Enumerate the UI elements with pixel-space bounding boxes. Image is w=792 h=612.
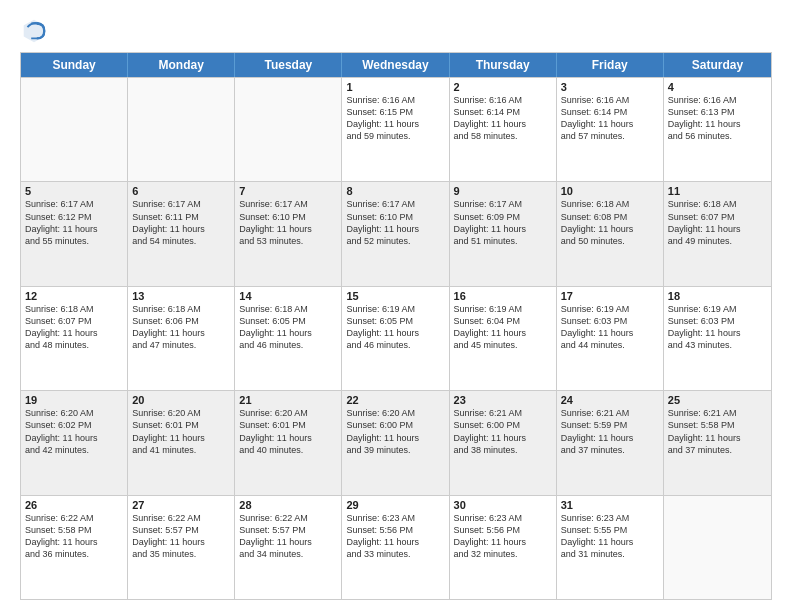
day-number: 12: [25, 290, 123, 302]
day-info: Sunrise: 6:17 AM Sunset: 6:10 PM Dayligh…: [346, 198, 444, 247]
day-info: Sunrise: 6:21 AM Sunset: 5:58 PM Dayligh…: [668, 407, 767, 456]
day-info: Sunrise: 6:18 AM Sunset: 6:07 PM Dayligh…: [668, 198, 767, 247]
day-header-thursday: Thursday: [450, 53, 557, 77]
day-number: 7: [239, 185, 337, 197]
day-cell-7: 7Sunrise: 6:17 AM Sunset: 6:10 PM Daylig…: [235, 182, 342, 285]
logo: [20, 16, 52, 44]
day-cell-18: 18Sunrise: 6:19 AM Sunset: 6:03 PM Dayli…: [664, 287, 771, 390]
day-header-tuesday: Tuesday: [235, 53, 342, 77]
day-info: Sunrise: 6:20 AM Sunset: 6:01 PM Dayligh…: [132, 407, 230, 456]
day-cell-29: 29Sunrise: 6:23 AM Sunset: 5:56 PM Dayli…: [342, 496, 449, 599]
day-header-saturday: Saturday: [664, 53, 771, 77]
day-number: 2: [454, 81, 552, 93]
day-cell-16: 16Sunrise: 6:19 AM Sunset: 6:04 PM Dayli…: [450, 287, 557, 390]
day-cell-22: 22Sunrise: 6:20 AM Sunset: 6:00 PM Dayli…: [342, 391, 449, 494]
day-cell-31: 31Sunrise: 6:23 AM Sunset: 5:55 PM Dayli…: [557, 496, 664, 599]
day-info: Sunrise: 6:22 AM Sunset: 5:57 PM Dayligh…: [239, 512, 337, 561]
day-info: Sunrise: 6:19 AM Sunset: 6:03 PM Dayligh…: [668, 303, 767, 352]
day-number: 10: [561, 185, 659, 197]
day-number: 20: [132, 394, 230, 406]
day-cell-25: 25Sunrise: 6:21 AM Sunset: 5:58 PM Dayli…: [664, 391, 771, 494]
day-info: Sunrise: 6:19 AM Sunset: 6:05 PM Dayligh…: [346, 303, 444, 352]
calendar: SundayMondayTuesdayWednesdayThursdayFrid…: [20, 52, 772, 600]
day-info: Sunrise: 6:20 AM Sunset: 6:02 PM Dayligh…: [25, 407, 123, 456]
day-info: Sunrise: 6:20 AM Sunset: 6:01 PM Dayligh…: [239, 407, 337, 456]
week-row-1: 1Sunrise: 6:16 AM Sunset: 6:15 PM Daylig…: [21, 77, 771, 181]
empty-cell: [21, 78, 128, 181]
day-cell-19: 19Sunrise: 6:20 AM Sunset: 6:02 PM Dayli…: [21, 391, 128, 494]
day-cell-28: 28Sunrise: 6:22 AM Sunset: 5:57 PM Dayli…: [235, 496, 342, 599]
day-cell-13: 13Sunrise: 6:18 AM Sunset: 6:06 PM Dayli…: [128, 287, 235, 390]
page: SundayMondayTuesdayWednesdayThursdayFrid…: [0, 0, 792, 612]
day-number: 6: [132, 185, 230, 197]
day-info: Sunrise: 6:21 AM Sunset: 6:00 PM Dayligh…: [454, 407, 552, 456]
week-row-2: 5Sunrise: 6:17 AM Sunset: 6:12 PM Daylig…: [21, 181, 771, 285]
day-number: 16: [454, 290, 552, 302]
day-cell-17: 17Sunrise: 6:19 AM Sunset: 6:03 PM Dayli…: [557, 287, 664, 390]
day-info: Sunrise: 6:16 AM Sunset: 6:14 PM Dayligh…: [561, 94, 659, 143]
day-header-friday: Friday: [557, 53, 664, 77]
day-info: Sunrise: 6:16 AM Sunset: 6:13 PM Dayligh…: [668, 94, 767, 143]
day-cell-8: 8Sunrise: 6:17 AM Sunset: 6:10 PM Daylig…: [342, 182, 449, 285]
day-info: Sunrise: 6:16 AM Sunset: 6:15 PM Dayligh…: [346, 94, 444, 143]
day-info: Sunrise: 6:23 AM Sunset: 5:56 PM Dayligh…: [346, 512, 444, 561]
day-header-wednesday: Wednesday: [342, 53, 449, 77]
day-info: Sunrise: 6:18 AM Sunset: 6:05 PM Dayligh…: [239, 303, 337, 352]
day-number: 22: [346, 394, 444, 406]
day-cell-26: 26Sunrise: 6:22 AM Sunset: 5:58 PM Dayli…: [21, 496, 128, 599]
day-number: 8: [346, 185, 444, 197]
day-cell-1: 1Sunrise: 6:16 AM Sunset: 6:15 PM Daylig…: [342, 78, 449, 181]
day-number: 15: [346, 290, 444, 302]
day-number: 19: [25, 394, 123, 406]
day-cell-9: 9Sunrise: 6:17 AM Sunset: 6:09 PM Daylig…: [450, 182, 557, 285]
day-cell-15: 15Sunrise: 6:19 AM Sunset: 6:05 PM Dayli…: [342, 287, 449, 390]
day-cell-6: 6Sunrise: 6:17 AM Sunset: 6:11 PM Daylig…: [128, 182, 235, 285]
day-info: Sunrise: 6:21 AM Sunset: 5:59 PM Dayligh…: [561, 407, 659, 456]
day-info: Sunrise: 6:18 AM Sunset: 6:06 PM Dayligh…: [132, 303, 230, 352]
day-number: 24: [561, 394, 659, 406]
day-info: Sunrise: 6:19 AM Sunset: 6:04 PM Dayligh…: [454, 303, 552, 352]
day-number: 5: [25, 185, 123, 197]
day-info: Sunrise: 6:18 AM Sunset: 6:07 PM Dayligh…: [25, 303, 123, 352]
empty-cell: [664, 496, 771, 599]
day-info: Sunrise: 6:16 AM Sunset: 6:14 PM Dayligh…: [454, 94, 552, 143]
day-info: Sunrise: 6:22 AM Sunset: 5:58 PM Dayligh…: [25, 512, 123, 561]
logo-icon: [20, 16, 48, 44]
day-number: 29: [346, 499, 444, 511]
day-info: Sunrise: 6:18 AM Sunset: 6:08 PM Dayligh…: [561, 198, 659, 247]
day-cell-30: 30Sunrise: 6:23 AM Sunset: 5:56 PM Dayli…: [450, 496, 557, 599]
day-number: 28: [239, 499, 337, 511]
day-number: 14: [239, 290, 337, 302]
day-info: Sunrise: 6:23 AM Sunset: 5:56 PM Dayligh…: [454, 512, 552, 561]
day-cell-27: 27Sunrise: 6:22 AM Sunset: 5:57 PM Dayli…: [128, 496, 235, 599]
empty-cell: [128, 78, 235, 181]
day-number: 23: [454, 394, 552, 406]
day-number: 25: [668, 394, 767, 406]
header: [20, 16, 772, 44]
day-cell-23: 23Sunrise: 6:21 AM Sunset: 6:00 PM Dayli…: [450, 391, 557, 494]
calendar-body: 1Sunrise: 6:16 AM Sunset: 6:15 PM Daylig…: [21, 77, 771, 599]
day-number: 11: [668, 185, 767, 197]
day-info: Sunrise: 6:20 AM Sunset: 6:00 PM Dayligh…: [346, 407, 444, 456]
day-cell-10: 10Sunrise: 6:18 AM Sunset: 6:08 PM Dayli…: [557, 182, 664, 285]
day-number: 21: [239, 394, 337, 406]
calendar-header-row: SundayMondayTuesdayWednesdayThursdayFrid…: [21, 53, 771, 77]
day-info: Sunrise: 6:22 AM Sunset: 5:57 PM Dayligh…: [132, 512, 230, 561]
day-cell-4: 4Sunrise: 6:16 AM Sunset: 6:13 PM Daylig…: [664, 78, 771, 181]
week-row-3: 12Sunrise: 6:18 AM Sunset: 6:07 PM Dayli…: [21, 286, 771, 390]
empty-cell: [235, 78, 342, 181]
day-number: 30: [454, 499, 552, 511]
day-cell-3: 3Sunrise: 6:16 AM Sunset: 6:14 PM Daylig…: [557, 78, 664, 181]
day-cell-11: 11Sunrise: 6:18 AM Sunset: 6:07 PM Dayli…: [664, 182, 771, 285]
day-info: Sunrise: 6:19 AM Sunset: 6:03 PM Dayligh…: [561, 303, 659, 352]
day-number: 31: [561, 499, 659, 511]
day-number: 1: [346, 81, 444, 93]
day-header-sunday: Sunday: [21, 53, 128, 77]
day-cell-2: 2Sunrise: 6:16 AM Sunset: 6:14 PM Daylig…: [450, 78, 557, 181]
day-number: 13: [132, 290, 230, 302]
day-info: Sunrise: 6:17 AM Sunset: 6:09 PM Dayligh…: [454, 198, 552, 247]
week-row-5: 26Sunrise: 6:22 AM Sunset: 5:58 PM Dayli…: [21, 495, 771, 599]
day-info: Sunrise: 6:17 AM Sunset: 6:12 PM Dayligh…: [25, 198, 123, 247]
day-cell-24: 24Sunrise: 6:21 AM Sunset: 5:59 PM Dayli…: [557, 391, 664, 494]
week-row-4: 19Sunrise: 6:20 AM Sunset: 6:02 PM Dayli…: [21, 390, 771, 494]
